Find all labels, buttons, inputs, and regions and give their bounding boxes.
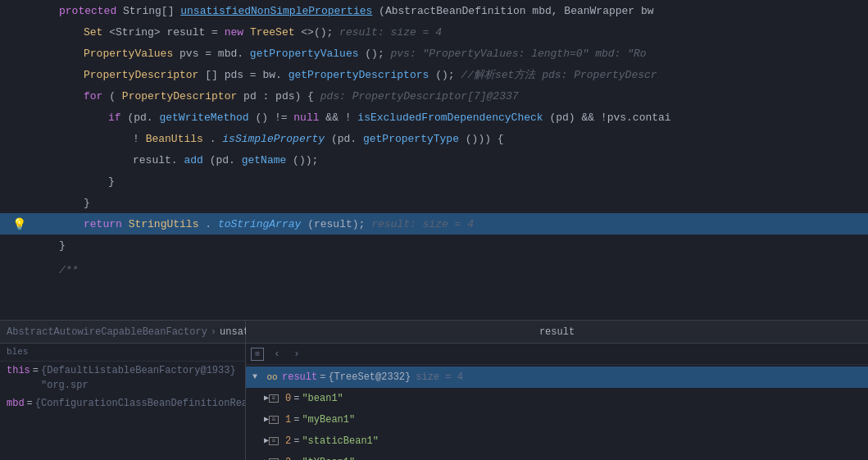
tree-expand-arrow-1: ▶ (252, 412, 264, 428)
code-line-8: result. add (pd. getName ()); (0, 149, 868, 171)
var-name-this: this (7, 363, 30, 378)
code-line-close: } (0, 235, 868, 256)
lightbulb-icon: 💡 (12, 217, 26, 231)
forward-icon: › (293, 348, 300, 360)
var-value-this: {DefaultListableBeanFactory@1933} "org.s… (41, 363, 239, 393)
code-line-return: 💡 return StringUtils . toStringArray (re… (0, 213, 868, 235)
code-line-6: if (pd. getWriteMethod () != null && ! i… (0, 107, 868, 128)
vars-breadcrumb: AbstractAutowireCapableBeanFactory › uns… (0, 321, 245, 344)
forward-button[interactable]: › (289, 346, 305, 362)
tree-value-2: "staticBean1" (302, 433, 379, 449)
tree-index-2: 2 (285, 433, 291, 449)
line-content-return: return StringUtils . toStringArray (resu… (31, 218, 868, 230)
code-line-7: ! BeanUtils . isSimpleProperty (pd. getP… (0, 128, 868, 149)
code-line-3: PropertyValues pvs = mbd. getPropertyVal… (0, 43, 868, 64)
vars-label-text: bles (7, 347, 28, 357)
back-icon: ‹ (274, 348, 280, 360)
line-content-4: PropertyDescriptor [] pds = bw. getPrope… (31, 67, 868, 82)
code-line-4: PropertyDescriptor [] pds = bw. getPrope… (0, 64, 868, 85)
tree-icon-2: ≡ (266, 437, 279, 445)
grid-icon[interactable]: ⊞ (251, 348, 264, 361)
line-content-9: } (31, 175, 868, 188)
tree-expand-arrow-0: ▶ (252, 390, 264, 407)
line-content-7: ! BeanUtils . isSimpleProperty (pd. getP… (31, 133, 868, 145)
tree-child-3[interactable]: ▶ ≡ 3 = "tYBean1" (246, 452, 868, 460)
result-panel-header: result (246, 321, 868, 344)
tree-child-0[interactable]: ▶ ≡ 0 = "bean1" (246, 388, 868, 409)
line-content-10: } (31, 197, 868, 209)
var-value-mbd: {ConfigurationClassBeanDefinitionReader$… (35, 396, 245, 411)
tree-value-1: "myBean1" (302, 412, 355, 428)
var-item-this: this = {DefaultListableBeanFactory@1933}… (0, 362, 245, 394)
result-toolbar: ⊞ ‹ › (246, 344, 868, 365)
line-content-javadoc: /** (31, 264, 868, 276)
line-gutter-return: 💡 (7, 217, 31, 231)
breadcrumb-separator: › (211, 326, 216, 338)
tree-index-1: 1 (285, 412, 291, 428)
tree-root-node[interactable]: ▼ oo result = {TreeSet@2332} size = 4 (246, 367, 868, 388)
result-title: result (539, 326, 575, 338)
line-content-2: Set <String> result = new TreeSet <>(); … (31, 26, 868, 39)
line-content-5: for ( PropertyDescriptor pd : pds) { pds… (31, 90, 868, 102)
tree-index-3: 3 (285, 454, 291, 460)
tree-child-2[interactable]: ▶ ≡ 2 = "staticBean1" (246, 430, 868, 452)
code-line-javadoc: /** (0, 259, 868, 280)
code-line-1: protected String[] unsatisfiedNonSimpleP… (0, 0, 868, 21)
line-content-6: if (pd. getWriteMethod () != null && ! i… (31, 112, 868, 124)
tree-icon-root: oo (266, 369, 279, 385)
bottom-panel: AbstractAutowireCapableBeanFactory › uns… (0, 320, 868, 460)
breadcrumb-root: AbstractAutowireCapableBeanFactory (7, 326, 207, 338)
tree-expand-arrow-root: ▼ (252, 369, 264, 385)
code-line-9: } (0, 171, 868, 192)
code-line-10: } (0, 192, 868, 213)
tree-root-type: {TreeSet@2332} (328, 369, 411, 385)
tree-root-size: size = 4 (416, 369, 463, 385)
tree-child-1[interactable]: ▶ ≡ 1 = "myBean1" (246, 409, 868, 430)
code-editor: protected String[] unsatisfiedNonSimpleP… (0, 0, 868, 320)
tree-icon-1: ≡ (266, 416, 279, 424)
tree-expand-arrow-3: ▶ (252, 454, 264, 460)
tree-value-3: "tYBean1" (302, 454, 355, 460)
tree-expand-arrow-2: ▶ (252, 433, 264, 449)
var-name-mbd: mbd (7, 396, 25, 411)
vars-section-label: bles (0, 344, 245, 362)
var-item-mbd: mbd = {ConfigurationClassBeanDefinitionR… (0, 394, 245, 412)
line-content-close: } (31, 239, 868, 252)
result-panel: result ⊞ ‹ › ▼ oo result = {Tr (246, 321, 868, 460)
tree-icon-0: ≡ (266, 394, 279, 403)
vars-panel: AbstractAutowireCapableBeanFactory › uns… (0, 321, 246, 460)
code-line-5: for ( PropertyDescriptor pd : pds) { pds… (0, 85, 868, 107)
code-line-2: Set <String> result = new TreeSet <>(); … (0, 21, 868, 43)
tree-value-0: "bean1" (302, 390, 343, 407)
line-content-8: result. add (pd. getName ()); (31, 154, 868, 166)
tree-index-0: 0 (285, 390, 291, 407)
line-content-1: protected String[] unsatisfiedNonSimpleP… (31, 5, 868, 17)
vars-list: this = {DefaultListableBeanFactory@1933}… (0, 362, 245, 460)
result-tree: ▼ oo result = {TreeSet@2332} size = 4 ▶ … (246, 365, 868, 460)
tree-root-name: result (282, 369, 317, 385)
line-content-3: PropertyValues pvs = mbd. getPropertyVal… (31, 48, 868, 60)
back-button[interactable]: ‹ (269, 346, 285, 362)
